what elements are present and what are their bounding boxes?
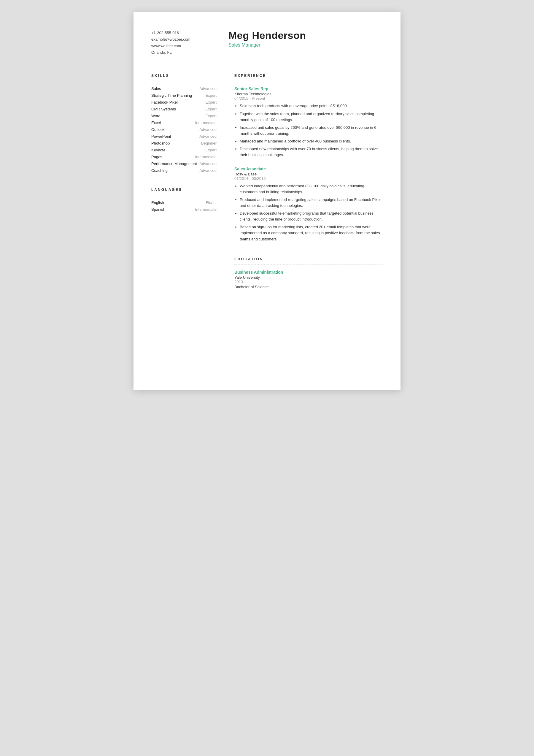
header: +1-202-555-0161 example@wozber.com www.w… xyxy=(151,30,383,56)
languages-section: LANGUAGES English Fluent Spanish Interme… xyxy=(151,188,216,212)
edu-school: Yale University xyxy=(234,275,383,280)
contact-info: +1-202-555-0161 example@wozber.com www.w… xyxy=(151,30,211,56)
skill-row: Outlook Advanced xyxy=(151,127,216,132)
list-item: Developed successful telemarketing progr… xyxy=(240,210,383,222)
lang-name: Spanish xyxy=(151,207,165,212)
skill-row: PowerPoint Advanced xyxy=(151,134,216,139)
skill-row: Excel Intermediate xyxy=(151,121,216,125)
job-company: Kherma Technologies xyxy=(234,92,383,96)
list-item: Based on sign-ups for marketing lists, c… xyxy=(240,224,383,242)
list-item: Worked independently and performed 80 - … xyxy=(240,183,383,195)
skill-name: Coaching xyxy=(151,168,167,173)
skill-row: Keynote Expert xyxy=(151,148,216,152)
lang-level: Intermediate xyxy=(195,207,216,212)
lang-name: English xyxy=(151,200,164,205)
lang-level: Fluent xyxy=(206,200,216,205)
edu-year: 2013 xyxy=(234,280,383,284)
lang-row: English Fluent xyxy=(151,200,216,205)
skill-row: CMR Systems Expert xyxy=(151,107,216,111)
left-column: SKILLS Sales Advanced Strategic Time Pla… xyxy=(151,74,216,295)
right-column: EXPERIENCE Senior Sales Rep Kherma Techn… xyxy=(234,74,383,295)
list-item: Produced and implemented retargeting sal… xyxy=(240,197,383,209)
skill-name: CMR Systems xyxy=(151,107,176,111)
email: example@wozber.com xyxy=(151,36,211,43)
job-entry: Sales Associate Rosy & Base 01/2014 - 03… xyxy=(234,167,383,242)
job-title: Senior Sales Rep xyxy=(234,86,383,91)
skill-level: Beginner xyxy=(201,141,216,146)
skill-name: Word xyxy=(151,114,161,118)
skill-level: Expert xyxy=(205,93,216,98)
skill-level: Advanced xyxy=(199,127,216,132)
experience-section: EXPERIENCE Senior Sales Rep Kherma Techn… xyxy=(234,74,383,242)
skill-name: PowerPoint xyxy=(151,134,171,139)
skill-name: Photoshop xyxy=(151,141,170,146)
name-title: Meg Henderson Sales Manager xyxy=(211,30,383,48)
languages-list: English Fluent Spanish Intermediate xyxy=(151,200,216,212)
skill-level: Intermediate xyxy=(195,121,216,125)
list-item: Together with the sales team, planned an… xyxy=(240,111,383,123)
job-bullets: Worked independently and performed 80 - … xyxy=(234,183,383,242)
skill-row: Word Expert xyxy=(151,114,216,118)
candidate-name: Meg Henderson xyxy=(228,30,383,41)
skill-name: Outlook xyxy=(151,127,165,132)
job-dates: 01/2014 - 03/2015 xyxy=(234,176,383,181)
skills-list: Sales Advanced Strategic Time Planning E… xyxy=(151,86,216,173)
skill-level: Advanced xyxy=(199,161,216,166)
languages-title: LANGUAGES xyxy=(151,188,216,192)
skill-name: Excel xyxy=(151,121,161,125)
resume: +1-202-555-0161 example@wozber.com www.w… xyxy=(134,12,400,390)
list-item: Managed and maintained a portfolio of ov… xyxy=(240,138,383,144)
job-entry: Senior Sales Rep Kherma Technologies 04/… xyxy=(234,86,383,158)
skill-row: Pages Intermediate xyxy=(151,155,216,159)
skill-name: Pages xyxy=(151,155,162,159)
edu-degree: Business Administration xyxy=(234,270,383,275)
jobs-list: Senior Sales Rep Kherma Technologies 04/… xyxy=(234,86,383,242)
phone: +1-202-555-0161 xyxy=(151,30,211,36)
job-title: Sales Associate xyxy=(234,167,383,171)
skill-row: Facebook Pixel Expert xyxy=(151,100,216,104)
skill-level: Expert xyxy=(205,100,216,104)
education-section: EDUCATION Business Administration Yale U… xyxy=(234,257,383,289)
skill-name: Sales xyxy=(151,86,161,91)
education-entry: Business Administration Yale University … xyxy=(234,270,383,289)
skill-name: Facebook Pixel xyxy=(151,100,178,104)
skill-row: Photoshop Beginner xyxy=(151,141,216,146)
candidate-title: Sales Manager xyxy=(228,42,383,48)
job-company: Rosy & Base xyxy=(234,172,383,176)
skill-name: Keynote xyxy=(151,148,165,152)
skill-level: Advanced xyxy=(199,86,216,91)
body-columns: SKILLS Sales Advanced Strategic Time Pla… xyxy=(151,74,383,295)
job-bullets: Sold high-tech products with an average … xyxy=(234,103,383,158)
list-item: Sold high-tech products with an average … xyxy=(240,103,383,109)
skills-divider xyxy=(151,81,216,81)
experience-title: EXPERIENCE xyxy=(234,74,383,78)
skill-level: Expert xyxy=(205,114,216,118)
list-item: Increased unit sales goals by 260% and g… xyxy=(240,125,383,137)
skills-section: SKILLS Sales Advanced Strategic Time Pla… xyxy=(151,74,216,173)
skill-name: Performance Management xyxy=(151,161,197,166)
website: www.wozber.com xyxy=(151,43,211,49)
location: Orlando, FL xyxy=(151,49,211,56)
skill-level: Advanced xyxy=(199,134,216,139)
skill-row: Performance Management Advanced xyxy=(151,161,216,166)
job-dates: 04/2015 - Present xyxy=(234,96,383,101)
skill-row: Strategic Time Planning Expert xyxy=(151,93,216,98)
skill-level: Advanced xyxy=(199,168,216,173)
skills-title: SKILLS xyxy=(151,74,216,78)
list-item: Developed new relationships with over 70… xyxy=(240,146,383,158)
education-divider xyxy=(234,264,383,264)
skill-level: Intermediate xyxy=(195,155,216,159)
skill-name: Strategic Time Planning xyxy=(151,93,192,98)
skill-level: Expert xyxy=(205,148,216,152)
skill-row: Sales Advanced xyxy=(151,86,216,91)
languages-divider xyxy=(151,195,216,195)
skill-level: Expert xyxy=(205,107,216,111)
education-title: EDUCATION xyxy=(234,257,383,261)
education-list: Business Administration Yale University … xyxy=(234,270,383,289)
experience-divider xyxy=(234,81,383,81)
edu-type: Bachelor of Science xyxy=(234,284,383,289)
lang-row: Spanish Intermediate xyxy=(151,207,216,212)
skill-row: Coaching Advanced xyxy=(151,168,216,173)
